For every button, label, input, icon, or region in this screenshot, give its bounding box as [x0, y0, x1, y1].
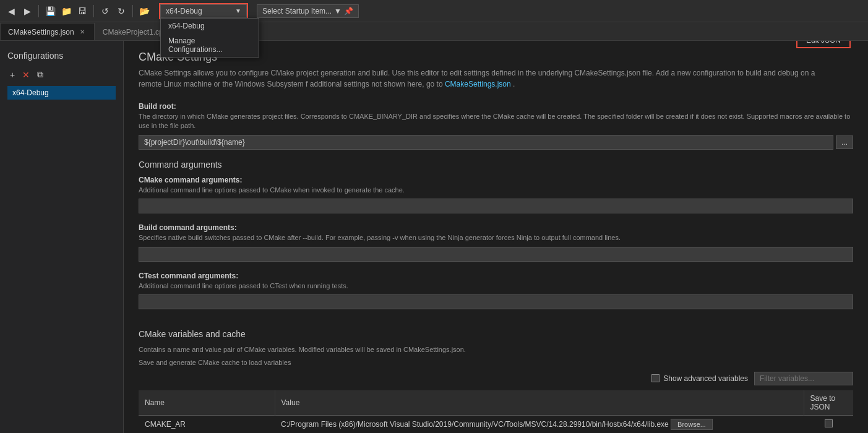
ctest-args-input[interactable] [139, 294, 853, 309]
cmake-variables-desc2: Save and generate CMake cache to load va… [139, 358, 853, 367]
build-root-label: Build root: [139, 102, 853, 111]
back-icon[interactable]: ◀ [5, 5, 17, 17]
cmake-variables-section: CMake variables and cache Contains a nam… [139, 329, 853, 433]
tab-bar: CMakeSettings.json ✕ CMakeProject1.cpp ✕ [0, 22, 868, 41]
page-description: CMake Settings allows you to configure C… [139, 67, 819, 90]
cmake-ar-save-cell [804, 415, 853, 433]
config-dropdown-button[interactable]: x64-Debug ▼ [160, 4, 247, 18]
config-dropdown-menu: x64-Debug Manage Configurations... [160, 18, 259, 58]
tab-cmake-settings-json[interactable]: CMakeSettings.json ✕ [0, 23, 95, 40]
variables-table: Name Value Save to JSON CMAKE_AR C:/Prog… [139, 390, 853, 433]
cmake-args-input[interactable] [139, 199, 853, 213]
undo-icon[interactable]: ↺ [99, 5, 111, 17]
cmake-ar-name: CMAKE_AR [139, 415, 275, 433]
tab-close-cmake-settings[interactable]: ✕ [78, 28, 87, 36]
redo-icon[interactable]: ↻ [115, 5, 127, 17]
cmake-args-label: CMake command arguments: [139, 176, 853, 184]
cmake-ar-save-checkbox[interactable] [825, 419, 833, 427]
ctest-args-section: CTest command arguments: Additional comm… [139, 272, 853, 319]
add-config-button[interactable]: + [7, 68, 17, 81]
config-option-manage[interactable]: Manage Configurations... [161, 33, 259, 57]
variables-table-body: CMAKE_AR C:/Program Files (x86)/Microsof… [139, 415, 853, 433]
cmake-ar-value: C:/Program Files (x86)/Microsoft Visual … [281, 420, 669, 429]
filter-variables-input[interactable] [754, 372, 853, 385]
forward-icon[interactable]: ▶ [21, 5, 33, 17]
open-icon[interactable]: 📁 [60, 5, 72, 17]
show-advanced-row: Show advanced variables [651, 374, 748, 383]
toolbar-sep-2 [93, 5, 94, 17]
build-args-section: Build command arguments: Specifies nativ… [139, 223, 853, 271]
cmake-ar-value-cell: C:/Program Files (x86)/Microsoft Visual … [275, 415, 804, 433]
config-dropdown-container: x64-Debug ▼ x64-Debug Manage Configurati… [159, 3, 248, 19]
show-advanced-label: Show advanced variables [663, 374, 748, 383]
build-root-input-row: ... [139, 135, 853, 150]
config-dropdown-selected: x64-Debug [166, 7, 202, 15]
config-actions: + ✕ ⧉ [7, 68, 116, 81]
config-option-x64debug[interactable]: x64-Debug [161, 19, 259, 33]
variables-toolbar: Show advanced variables [139, 372, 853, 385]
cmake-args-description: Additional command line options passed t… [139, 186, 853, 195]
toolbar: ◀ ▶ 💾 📁 🖫 ↺ ↻ 📂 x64-Debug ▼ x64-Debug Ma… [0, 0, 868, 22]
build-root-description: The directory in which CMake generates p… [139, 112, 853, 131]
content-area: Edit JSON CMake Settings CMake Settings … [124, 41, 868, 433]
startup-pin-icon: 📌 [344, 7, 353, 15]
build-root-section: Build root: The directory in which CMake… [139, 102, 853, 150]
th-name: Name [139, 390, 275, 416]
table-row: CMAKE_AR C:/Program Files (x86)/Microsof… [139, 415, 853, 433]
tab-label-cmake-settings: CMakeSettings.json [8, 28, 74, 36]
cmake-variables-title: CMake variables and cache [139, 329, 853, 339]
tab-label-cmake-project: CMakeProject1.cpp [103, 28, 168, 36]
copy-config-button[interactable]: ⧉ [35, 68, 46, 81]
save-all-icon[interactable]: 🖫 [76, 5, 88, 17]
save-icon[interactable]: 💾 [44, 5, 56, 17]
cmake-settings-link[interactable]: CMakeSettings.json [445, 80, 511, 88]
build-args-input[interactable] [139, 247, 853, 262]
main-layout: Configurations + ✕ ⧉ x64-Debug Edit JSON… [0, 41, 868, 433]
cmake-ar-browse-button[interactable]: Browse... [671, 419, 713, 430]
cmake-variables-desc1: Contains a name and value pair of CMake … [139, 345, 853, 354]
config-list-item-x64debug[interactable]: x64-Debug [7, 86, 116, 100]
sidebar: Configurations + ✕ ⧉ x64-Debug [0, 41, 124, 433]
toolbar-sep-3 [132, 5, 133, 17]
ctest-args-label: CTest command arguments: [139, 272, 853, 280]
build-args-label: Build command arguments: [139, 223, 853, 232]
toolbar-sep-1 [38, 5, 39, 17]
show-advanced-checkbox[interactable] [651, 374, 660, 382]
folder-icon[interactable]: 📂 [138, 5, 150, 17]
edit-json-button[interactable]: Edit JSON [796, 41, 851, 48]
sidebar-title: Configurations [7, 51, 116, 61]
startup-item-button[interactable]: Select Startup Item... ▼ 📌 [257, 4, 359, 18]
th-save-to-json: Save to JSON [804, 390, 853, 416]
th-value: Value [275, 390, 804, 416]
build-args-description: Specifies native build switches passed t… [139, 233, 853, 242]
command-args-section-title: Command arguments [139, 160, 853, 169]
page-desc-period: . [513, 80, 515, 88]
remove-config-button[interactable]: ✕ [20, 68, 32, 81]
cmake-args-section: CMake command arguments: Additional comm… [139, 176, 853, 223]
startup-item-label: Select Startup Item... [262, 7, 332, 15]
startup-dropdown-icon: ▼ [334, 7, 342, 15]
build-root-browse-button[interactable]: ... [836, 135, 853, 149]
build-root-input[interactable] [139, 135, 833, 150]
chevron-down-icon: ▼ [235, 7, 241, 14]
ctest-args-description: Additional command line options passed t… [139, 281, 853, 291]
variables-table-header: Name Value Save to JSON [139, 390, 853, 416]
